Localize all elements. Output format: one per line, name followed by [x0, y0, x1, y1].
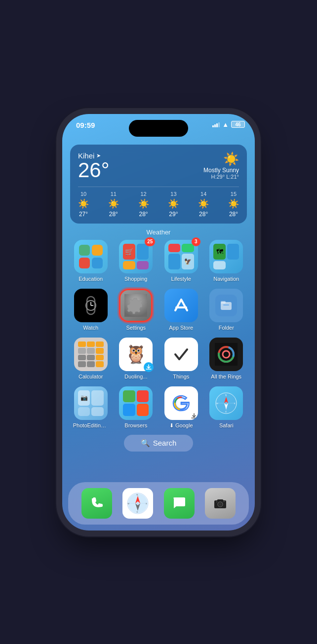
weather-forecast: 10 ☀️ 27° 11 ☀️ 28° 12 ☀️ 28° 13 ☀️ — [78, 187, 239, 218]
calc-btn-6 — [96, 348, 104, 354]
duolingo-owl: 🦉 — [125, 345, 147, 363]
sun-icon: ☀️ — [203, 152, 239, 167]
app-grid-row-1: Education 🛒 25 Shopping — [70, 240, 247, 282]
shop-mini-3 — [123, 261, 135, 269]
calc-grid — [74, 338, 108, 371]
phone-frame: 09:59 ▲ 46 Kihei ➤ — [62, 114, 255, 530]
app-navigation[interactable]: 🗺 Navigation — [206, 240, 247, 282]
app-label-calculator: Calculator — [79, 374, 103, 379]
calc-btn-8 — [87, 355, 95, 361]
app-icon-calculator — [74, 338, 108, 371]
calc-btn-5 — [87, 348, 95, 354]
forecast-day-1: 11 ☀️ 28° — [108, 191, 119, 218]
search-bar[interactable]: 🔍 Search — [124, 435, 193, 452]
weather-right-panel: ☀️ Mostly Sunny H:29° L:21° — [203, 152, 239, 180]
calc-btn-9 — [96, 355, 104, 361]
life-mini-2 — [182, 244, 194, 253]
things-inner — [164, 338, 198, 371]
app-things[interactable]: Things — [160, 338, 202, 379]
app-education[interactable]: Education — [70, 240, 112, 282]
life-mini-1 — [168, 244, 181, 253]
dock-app-camera[interactable] — [205, 488, 236, 519]
app-grid-row-2: Watch — [70, 289, 247, 331]
app-calculator[interactable]: Calculator — [70, 338, 112, 379]
app-google[interactable]: ⬇ Google — [160, 386, 202, 429]
svg-text:W: W — [216, 402, 218, 405]
app-icon-wrapper-navigation: 🗺 — [209, 240, 243, 273]
app-label-rings: All the Rings — [211, 374, 241, 379]
app-rings[interactable]: All the Rings — [206, 338, 247, 379]
google-svg-icon — [170, 392, 192, 414]
signal-bar-2 — [214, 124, 216, 127]
app-icon-wrapper-browsers — [119, 386, 153, 420]
shop-mini-2 — [137, 244, 149, 260]
app-settings[interactable]: Settings — [116, 289, 157, 331]
app-folder[interactable]: Folder — [206, 289, 247, 331]
forecast-day-5: 15 ☀️ 28° — [228, 191, 239, 218]
app-watch[interactable]: Watch — [70, 289, 112, 331]
life-mini-4: 🦅 — [182, 254, 194, 269]
app-lifestyle[interactable]: 🦅 3 Lifestyle — [160, 240, 202, 282]
photo-grid: 📷 — [74, 386, 108, 420]
app-icon-browsers — [119, 386, 153, 420]
camera-icon — [212, 495, 228, 511]
signal-bar-4 — [218, 122, 220, 127]
weather-widget[interactable]: Kihei ➤ 26° ☀️ Mostly Sunny H:29° L:21° … — [70, 145, 247, 224]
signal-bars-icon — [212, 122, 220, 127]
app-label-safari: Safari — [219, 422, 234, 428]
forecast-sun-1: ☀️ — [108, 198, 119, 209]
app-icon-navigation: 🗺 — [209, 240, 243, 273]
edu-mini-2 — [92, 245, 103, 256]
download-icon — [146, 364, 152, 370]
forecast-sun-5: ☀️ — [228, 198, 239, 209]
browser-mini-2 — [137, 390, 149, 403]
calc-btn-3 — [96, 341, 104, 347]
app-label-settings: Settings — [126, 325, 146, 331]
app-label-google: ⬇ Google — [169, 422, 193, 429]
google-download-icon — [191, 413, 197, 419]
svg-text:N: N — [225, 394, 227, 396]
shop-mini-4 — [137, 261, 149, 269]
dock-app-phone[interactable] — [81, 488, 112, 519]
app-icon-wrapper-lifestyle: 🦅 3 — [164, 240, 198, 273]
safari-svg-icon: N S W E — [215, 392, 238, 415]
dock-app-messages[interactable] — [164, 488, 195, 519]
app-browsers[interactable]: Browsers — [116, 386, 157, 429]
app-icon-wrapper-calculator — [74, 338, 108, 371]
app-icon-wrapper-appstore — [164, 289, 198, 322]
app-duolingo[interactable]: 🦉 Duoling... — [116, 338, 157, 379]
watch-svg-icon — [80, 295, 102, 316]
weather-temperature: 26° — [78, 160, 110, 181]
svg-point-32 — [216, 501, 217, 502]
signal-bar-3 — [216, 123, 218, 127]
browser-mini-4 — [137, 404, 149, 416]
calc-btn-11 — [87, 361, 95, 367]
rings-svg-icon — [215, 343, 238, 366]
app-icon-wrapper-watch — [74, 289, 108, 322]
app-icon-watch — [74, 289, 108, 322]
app-appstore[interactable]: App Store — [160, 289, 202, 331]
svg-text:S: S — [225, 411, 227, 413]
weather-hi-lo: H:29° L:21° — [203, 174, 239, 180]
battery-icon: 46 — [231, 121, 245, 128]
svg-rect-7 — [221, 301, 226, 303]
edu-mini-1 — [79, 245, 90, 256]
app-shopping[interactable]: 🛒 25 Shopping — [116, 240, 157, 282]
app-photo[interactable]: 📷 PhotoEditingSh... — [70, 386, 112, 429]
dock-safari-icon: N S W E — [126, 492, 149, 515]
app-label-appstore: App Store — [169, 325, 193, 331]
app-safari[interactable]: N S W E Safari — [206, 386, 247, 429]
browser-mini-1 — [123, 390, 135, 403]
app-icon-wrapper-safari: N S W E — [209, 386, 243, 420]
app-label-folder: Folder — [219, 325, 234, 331]
dock-app-safari[interactable]: N S W E — [122, 488, 153, 519]
calc-btn-2 — [87, 341, 95, 347]
forecast-sun-0: ☀️ — [78, 198, 89, 209]
app-icon-wrapper-google — [164, 386, 198, 420]
folder-icon-svg — [219, 299, 233, 312]
weather-condition: Mostly Sunny — [203, 167, 239, 174]
app-icon-wrapper-settings — [119, 289, 153, 322]
forecast-day-2: 12 ☀️ 28° — [138, 191, 149, 218]
forecast-day-0: 10 ☀️ 27° — [78, 191, 89, 218]
app-label-education: Education — [79, 276, 103, 282]
